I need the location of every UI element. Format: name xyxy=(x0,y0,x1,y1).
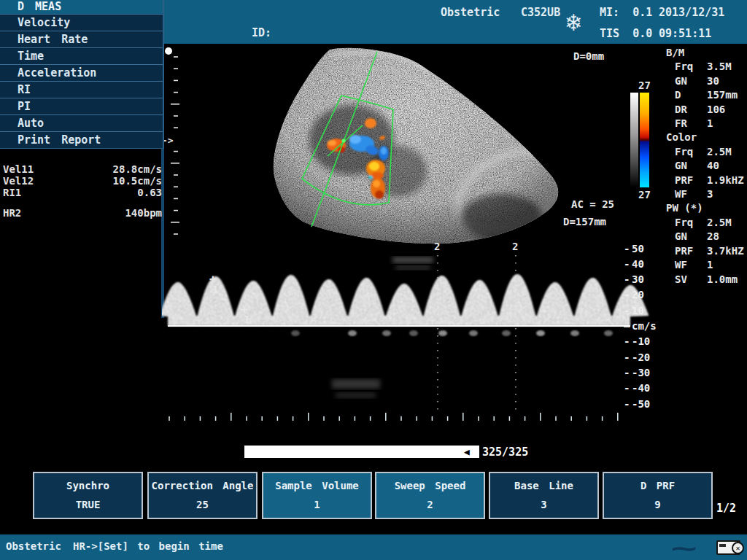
softkey-sample-volume[interactable]: Sample Volume1 xyxy=(262,472,372,519)
velocity-scale-row: --50 xyxy=(624,399,650,410)
scale-label: -20 xyxy=(632,352,650,363)
menu-item-heart-rate[interactable]: Heart Rate xyxy=(0,31,163,47)
measurement-value: 140bpm xyxy=(125,207,162,219)
param-row: DR106 xyxy=(660,103,747,117)
param-value: 3.7kHZ xyxy=(707,244,744,258)
velocity-scale-row: --20 xyxy=(624,352,650,363)
scale-label: 30 xyxy=(632,274,644,285)
param-label: GN xyxy=(675,74,707,88)
softkey-base-line[interactable]: Base Line3 xyxy=(489,472,599,519)
scale-tick: - xyxy=(624,244,632,254)
status-hint: HR->[Set] to begin time xyxy=(73,540,223,552)
cine-arrow-icon[interactable]: ◀ xyxy=(464,446,470,457)
time-ruler xyxy=(169,413,618,421)
menu-item-acceleration[interactable]: Acceleration xyxy=(0,64,163,81)
velocity-scale-row: -20 xyxy=(624,289,644,300)
measurement-label: RI1 xyxy=(3,187,21,198)
scale-label: cm/s xyxy=(632,321,657,332)
velocity-scale-row: --30 xyxy=(624,368,650,378)
param-value: 30 xyxy=(707,74,719,88)
softkey-value: 3 xyxy=(490,499,597,510)
param-row: Frq3.5M xyxy=(660,60,747,74)
param-row: GN30 xyxy=(660,74,747,88)
scale-label: 50 xyxy=(632,244,644,254)
patient-id-label: ID: xyxy=(252,26,271,39)
disconnect-x-icon: ✕ xyxy=(732,542,744,554)
param-label: GN xyxy=(675,159,707,173)
measurement-menu: D MEAS VelocityHeart RateTimeAcceleratio… xyxy=(0,0,164,149)
menu-item-velocity[interactable]: Velocity xyxy=(0,14,163,31)
param-row: Frq2.5M xyxy=(660,216,747,230)
param-value: 1 xyxy=(707,117,713,131)
param-value: 157mm xyxy=(707,88,738,102)
parameter-panel: B/MFrq3.5MGN30D157mmDR106FR1ColorFrq2.5M… xyxy=(660,46,747,287)
softkey-synchro[interactable]: SynchroTRUE xyxy=(33,472,143,519)
grayscale-bar xyxy=(630,93,638,187)
menu-item-time[interactable]: Time xyxy=(0,47,163,64)
param-label: PRF xyxy=(675,174,707,187)
status-preset: Obstetric xyxy=(6,540,61,552)
time-readout: 09:51:11 xyxy=(659,27,711,40)
param-label: PRF xyxy=(675,244,707,258)
param-label: WF xyxy=(675,187,707,201)
param-label: SV xyxy=(675,273,707,287)
color-scale-top: 27 xyxy=(638,79,651,91)
status-bar: Obstetric HR->[Set] to begin time ∼ ✕ xyxy=(0,534,747,560)
scale-label: -10 xyxy=(632,336,650,347)
measurement-row: Vel1128.8cm/s xyxy=(3,163,162,175)
softkey-value: 1 xyxy=(263,499,371,510)
scale-tick: - xyxy=(624,259,632,270)
param-value: 2.5M xyxy=(707,216,732,230)
scale-tick: - xyxy=(624,368,632,378)
param-row: PRF1.9kHZ xyxy=(660,174,747,187)
param-row: WF1 xyxy=(660,258,747,272)
probe-model: C352UB xyxy=(521,6,560,19)
scale-tick: - xyxy=(624,399,632,410)
cine-scrollbar[interactable]: ◀ xyxy=(244,446,479,458)
depth-top-label: D=0mm xyxy=(573,50,604,62)
softkey-label: Correction Angle xyxy=(149,480,256,491)
time-marker-label: 2 xyxy=(434,241,440,252)
angle-correct-readout: AC = 25 xyxy=(571,198,614,210)
menu-item-pi[interactable]: PI xyxy=(0,98,163,114)
softkey-label: Sweep Speed xyxy=(376,480,484,491)
menu-item-ri[interactable]: RI xyxy=(0,81,163,98)
param-value: 40 xyxy=(707,159,719,173)
scale-tick: - xyxy=(624,274,632,285)
param-row: D157mm xyxy=(660,88,747,102)
param-row: WF3 xyxy=(660,187,747,201)
measurement-value: 0.63 xyxy=(137,187,162,198)
param-section-title: B/M xyxy=(660,46,747,60)
softkey-value: 2 xyxy=(376,499,484,510)
velocity-scale-row: -50 xyxy=(624,244,644,254)
softkey-sweep-speed[interactable]: Sweep Speed2 xyxy=(375,472,485,519)
softkey-label: Base Line xyxy=(490,480,597,491)
measurement-row: Vel1210.5cm/s xyxy=(3,175,162,187)
param-value: 28 xyxy=(707,230,719,244)
b-mode-image[interactable]: -> xyxy=(162,44,665,245)
measurement-row: HR2140bpm xyxy=(3,207,162,219)
velocity-scale-row: -40 xyxy=(624,259,644,270)
param-section-title: PW (*) xyxy=(660,201,747,215)
measure-cursor-1-label: 1 xyxy=(212,284,218,295)
display-status-icon: ✕ xyxy=(716,538,744,556)
menu-item-print-report[interactable]: Print Report xyxy=(0,131,163,148)
measurement-label: Vel11 xyxy=(3,163,34,175)
ultrasound-fan: -> xyxy=(162,44,576,245)
sample-gate[interactable] xyxy=(341,139,345,142)
measurement-value: 28.8cm/s xyxy=(113,163,162,175)
param-row: FR1 xyxy=(660,117,747,131)
scale-tick: - xyxy=(624,383,632,394)
scale-label: -30 xyxy=(632,368,650,378)
softkey-label: Sample Volume xyxy=(263,480,371,491)
softkey-page-indicator: 1/2 xyxy=(716,502,736,515)
softkey-correction-angle[interactable]: Correction Angle25 xyxy=(147,472,258,519)
menu-item-auto[interactable]: Auto xyxy=(0,114,163,131)
color-scale-bottom: 27 xyxy=(638,189,651,201)
param-label: Frq xyxy=(675,60,707,74)
spectral-doppler-trace[interactable] xyxy=(162,241,658,424)
velocity-scale-row: —cm/s xyxy=(624,321,657,332)
ultrasound-screen: ID: Obstetric C352UB ❄ MI: 0.1 TIS 0.0 2… xyxy=(0,0,747,560)
menu-title[interactable]: D MEAS xyxy=(0,0,163,14)
softkey-d-prf[interactable]: D PRF9 xyxy=(603,472,713,519)
